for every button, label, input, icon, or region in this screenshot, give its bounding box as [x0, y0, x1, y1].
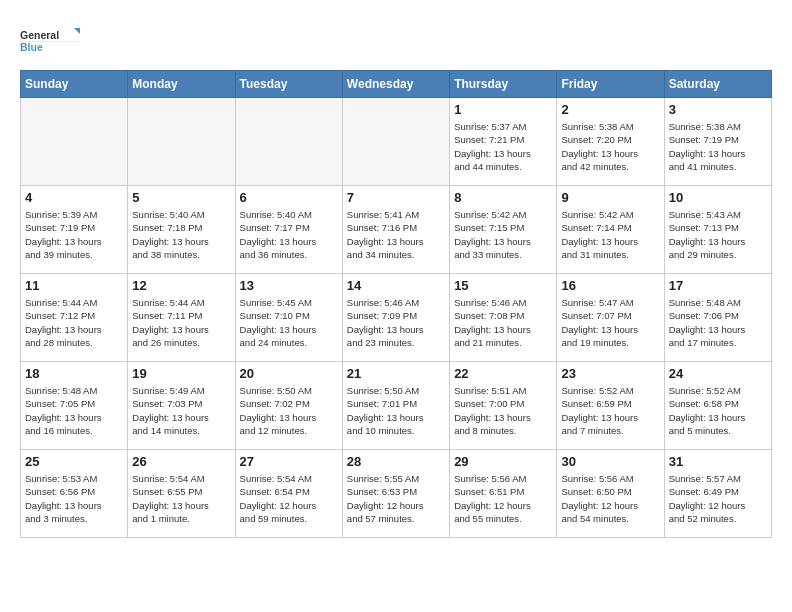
day-info: Sunrise: 5:43 AM Sunset: 7:13 PM Dayligh…	[669, 208, 767, 261]
logo-svg: General Blue	[20, 20, 80, 60]
calendar-week-1: 1Sunrise: 5:37 AM Sunset: 7:21 PM Daylig…	[21, 98, 772, 186]
calendar-cell: 4Sunrise: 5:39 AM Sunset: 7:19 PM Daylig…	[21, 186, 128, 274]
calendar-cell: 22Sunrise: 5:51 AM Sunset: 7:00 PM Dayli…	[450, 362, 557, 450]
day-info: Sunrise: 5:49 AM Sunset: 7:03 PM Dayligh…	[132, 384, 230, 437]
day-number: 5	[132, 190, 230, 205]
day-number: 17	[669, 278, 767, 293]
day-info: Sunrise: 5:52 AM Sunset: 6:58 PM Dayligh…	[669, 384, 767, 437]
day-number: 31	[669, 454, 767, 469]
day-number: 16	[561, 278, 659, 293]
day-info: Sunrise: 5:50 AM Sunset: 7:01 PM Dayligh…	[347, 384, 445, 437]
day-number: 3	[669, 102, 767, 117]
day-info: Sunrise: 5:38 AM Sunset: 7:19 PM Dayligh…	[669, 120, 767, 173]
day-number: 1	[454, 102, 552, 117]
calendar-cell	[342, 98, 449, 186]
calendar-week-4: 18Sunrise: 5:48 AM Sunset: 7:05 PM Dayli…	[21, 362, 772, 450]
calendar-cell: 6Sunrise: 5:40 AM Sunset: 7:17 PM Daylig…	[235, 186, 342, 274]
calendar-cell: 14Sunrise: 5:46 AM Sunset: 7:09 PM Dayli…	[342, 274, 449, 362]
day-info: Sunrise: 5:48 AM Sunset: 7:06 PM Dayligh…	[669, 296, 767, 349]
day-number: 18	[25, 366, 123, 381]
svg-text:General: General	[20, 29, 59, 41]
weekday-header-thursday: Thursday	[450, 71, 557, 98]
day-number: 7	[347, 190, 445, 205]
day-number: 9	[561, 190, 659, 205]
day-number: 26	[132, 454, 230, 469]
calendar-cell: 20Sunrise: 5:50 AM Sunset: 7:02 PM Dayli…	[235, 362, 342, 450]
calendar-cell: 31Sunrise: 5:57 AM Sunset: 6:49 PM Dayli…	[664, 450, 771, 538]
day-number: 30	[561, 454, 659, 469]
calendar-cell: 19Sunrise: 5:49 AM Sunset: 7:03 PM Dayli…	[128, 362, 235, 450]
day-info: Sunrise: 5:56 AM Sunset: 6:51 PM Dayligh…	[454, 472, 552, 525]
day-number: 19	[132, 366, 230, 381]
day-number: 28	[347, 454, 445, 469]
weekday-header-tuesday: Tuesday	[235, 71, 342, 98]
weekday-header-saturday: Saturday	[664, 71, 771, 98]
calendar-week-3: 11Sunrise: 5:44 AM Sunset: 7:12 PM Dayli…	[21, 274, 772, 362]
day-info: Sunrise: 5:51 AM Sunset: 7:00 PM Dayligh…	[454, 384, 552, 437]
calendar-cell: 5Sunrise: 5:40 AM Sunset: 7:18 PM Daylig…	[128, 186, 235, 274]
day-number: 29	[454, 454, 552, 469]
calendar-cell: 2Sunrise: 5:38 AM Sunset: 7:20 PM Daylig…	[557, 98, 664, 186]
day-info: Sunrise: 5:38 AM Sunset: 7:20 PM Dayligh…	[561, 120, 659, 173]
day-number: 27	[240, 454, 338, 469]
day-info: Sunrise: 5:52 AM Sunset: 6:59 PM Dayligh…	[561, 384, 659, 437]
calendar-cell: 7Sunrise: 5:41 AM Sunset: 7:16 PM Daylig…	[342, 186, 449, 274]
day-info: Sunrise: 5:56 AM Sunset: 6:50 PM Dayligh…	[561, 472, 659, 525]
day-number: 20	[240, 366, 338, 381]
day-info: Sunrise: 5:54 AM Sunset: 6:54 PM Dayligh…	[240, 472, 338, 525]
day-info: Sunrise: 5:48 AM Sunset: 7:05 PM Dayligh…	[25, 384, 123, 437]
day-info: Sunrise: 5:45 AM Sunset: 7:10 PM Dayligh…	[240, 296, 338, 349]
day-info: Sunrise: 5:46 AM Sunset: 7:09 PM Dayligh…	[347, 296, 445, 349]
day-info: Sunrise: 5:44 AM Sunset: 7:11 PM Dayligh…	[132, 296, 230, 349]
calendar-cell: 3Sunrise: 5:38 AM Sunset: 7:19 PM Daylig…	[664, 98, 771, 186]
calendar-cell: 16Sunrise: 5:47 AM Sunset: 7:07 PM Dayli…	[557, 274, 664, 362]
day-number: 12	[132, 278, 230, 293]
calendar-cell: 29Sunrise: 5:56 AM Sunset: 6:51 PM Dayli…	[450, 450, 557, 538]
day-info: Sunrise: 5:42 AM Sunset: 7:15 PM Dayligh…	[454, 208, 552, 261]
day-info: Sunrise: 5:55 AM Sunset: 6:53 PM Dayligh…	[347, 472, 445, 525]
day-info: Sunrise: 5:39 AM Sunset: 7:19 PM Dayligh…	[25, 208, 123, 261]
day-info: Sunrise: 5:41 AM Sunset: 7:16 PM Dayligh…	[347, 208, 445, 261]
day-info: Sunrise: 5:44 AM Sunset: 7:12 PM Dayligh…	[25, 296, 123, 349]
weekday-header-monday: Monday	[128, 71, 235, 98]
calendar-cell: 30Sunrise: 5:56 AM Sunset: 6:50 PM Dayli…	[557, 450, 664, 538]
calendar-cell: 21Sunrise: 5:50 AM Sunset: 7:01 PM Dayli…	[342, 362, 449, 450]
calendar-cell: 26Sunrise: 5:54 AM Sunset: 6:55 PM Dayli…	[128, 450, 235, 538]
calendar-cell	[235, 98, 342, 186]
day-info: Sunrise: 5:46 AM Sunset: 7:08 PM Dayligh…	[454, 296, 552, 349]
calendar-week-5: 25Sunrise: 5:53 AM Sunset: 6:56 PM Dayli…	[21, 450, 772, 538]
day-info: Sunrise: 5:57 AM Sunset: 6:49 PM Dayligh…	[669, 472, 767, 525]
svg-text:Blue: Blue	[20, 41, 43, 53]
day-number: 21	[347, 366, 445, 381]
calendar-cell: 12Sunrise: 5:44 AM Sunset: 7:11 PM Dayli…	[128, 274, 235, 362]
calendar-cell: 18Sunrise: 5:48 AM Sunset: 7:05 PM Dayli…	[21, 362, 128, 450]
day-number: 13	[240, 278, 338, 293]
calendar-cell: 15Sunrise: 5:46 AM Sunset: 7:08 PM Dayli…	[450, 274, 557, 362]
weekday-header-friday: Friday	[557, 71, 664, 98]
day-info: Sunrise: 5:42 AM Sunset: 7:14 PM Dayligh…	[561, 208, 659, 261]
day-info: Sunrise: 5:47 AM Sunset: 7:07 PM Dayligh…	[561, 296, 659, 349]
header: General Blue	[20, 20, 772, 60]
day-number: 2	[561, 102, 659, 117]
day-number: 6	[240, 190, 338, 205]
calendar-cell: 25Sunrise: 5:53 AM Sunset: 6:56 PM Dayli…	[21, 450, 128, 538]
day-number: 10	[669, 190, 767, 205]
day-info: Sunrise: 5:37 AM Sunset: 7:21 PM Dayligh…	[454, 120, 552, 173]
calendar-cell: 27Sunrise: 5:54 AM Sunset: 6:54 PM Dayli…	[235, 450, 342, 538]
calendar-cell: 28Sunrise: 5:55 AM Sunset: 6:53 PM Dayli…	[342, 450, 449, 538]
weekday-header-wednesday: Wednesday	[342, 71, 449, 98]
calendar-week-2: 4Sunrise: 5:39 AM Sunset: 7:19 PM Daylig…	[21, 186, 772, 274]
day-number: 4	[25, 190, 123, 205]
day-info: Sunrise: 5:54 AM Sunset: 6:55 PM Dayligh…	[132, 472, 230, 525]
calendar-cell	[21, 98, 128, 186]
day-number: 11	[25, 278, 123, 293]
calendar-table: SundayMondayTuesdayWednesdayThursdayFrid…	[20, 70, 772, 538]
day-number: 8	[454, 190, 552, 205]
calendar-cell: 13Sunrise: 5:45 AM Sunset: 7:10 PM Dayli…	[235, 274, 342, 362]
day-number: 14	[347, 278, 445, 293]
calendar-cell: 1Sunrise: 5:37 AM Sunset: 7:21 PM Daylig…	[450, 98, 557, 186]
day-number: 22	[454, 366, 552, 381]
calendar-cell: 10Sunrise: 5:43 AM Sunset: 7:13 PM Dayli…	[664, 186, 771, 274]
day-info: Sunrise: 5:50 AM Sunset: 7:02 PM Dayligh…	[240, 384, 338, 437]
day-info: Sunrise: 5:53 AM Sunset: 6:56 PM Dayligh…	[25, 472, 123, 525]
